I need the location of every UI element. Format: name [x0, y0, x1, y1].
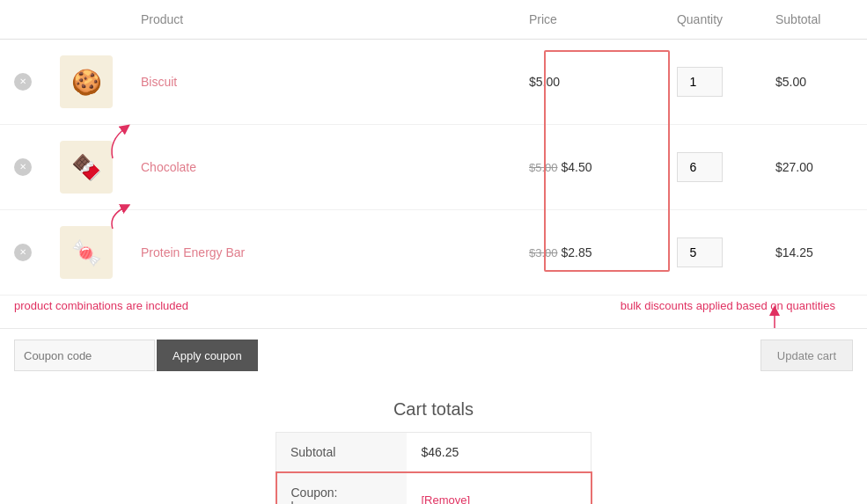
totals-subtotal-row: Subtotal $46.25: [276, 433, 591, 473]
quantity-input-biscuit[interactable]: [677, 67, 723, 97]
product-combinations-annotation: [60, 123, 174, 167]
price-discounted-protein-energy-bar: $2.85: [562, 245, 592, 259]
remove-button-chocolate[interactable]: [14, 158, 32, 176]
apply-coupon-button[interactable]: Apply coupon: [157, 340, 258, 371]
remove-button-protein-energy-bar[interactable]: [14, 244, 32, 261]
price-biscuit: $5.00: [529, 75, 560, 89]
coupon-row: Apply coupon Update cart: [0, 328, 867, 382]
bulk-discounts-text: bulk discounts applied based on quantiti…: [621, 299, 835, 312]
price-discounted-chocolate: $4.50: [562, 160, 592, 174]
cart-row-biscuit: 🍪Biscuit$5.00$5.00: [0, 40, 867, 125]
totals-subtotal-label: Subtotal: [276, 433, 408, 473]
totals-coupon-row: Coupon: buymoresavemore [Remove]: [276, 472, 591, 504]
col-header-quantity: Quantity: [638, 0, 761, 40]
totals-coupon-value[interactable]: [Remove]: [407, 472, 591, 504]
totals-coupon-label: Coupon: buymoresavemore: [276, 472, 408, 504]
price-original-chocolate: $5.00: [529, 161, 558, 174]
remove-coupon-link[interactable]: [Remove]: [421, 493, 470, 504]
subtotal-biscuit: $5.00: [775, 75, 806, 89]
col-header-remove: [0, 0, 46, 40]
quantity-input-protein-energy-bar[interactable]: [677, 237, 723, 267]
col-header-price: Price: [515, 0, 638, 40]
coupon-input[interactable]: [14, 340, 155, 371]
update-cart-button[interactable]: Update cart: [760, 340, 853, 371]
cart-totals-section: Cart totals Subtotal $46.25 Coupon: buym…: [276, 399, 592, 504]
col-header-product: Product: [127, 0, 515, 40]
cart-totals-title: Cart totals: [276, 399, 592, 420]
col-header-subtotal: Subtotal: [761, 0, 867, 40]
subtotal-protein-energy-bar: $14.25: [775, 245, 813, 259]
totals-table: Subtotal $46.25 Coupon: buymoresavemore …: [276, 432, 592, 504]
remove-button-biscuit[interactable]: [14, 73, 32, 91]
col-header-image: [46, 0, 127, 40]
subtotal-chocolate: $27.00: [775, 160, 813, 174]
price-original-protein-energy-bar: $3.00: [529, 246, 558, 259]
product-combinations-text: product combinations are included: [14, 299, 188, 312]
protein-bar-annotation-arrow: [60, 202, 174, 249]
quantity-input-chocolate[interactable]: [677, 152, 723, 182]
product-link-biscuit[interactable]: Biscuit: [141, 75, 177, 89]
totals-subtotal-value: $46.25: [407, 433, 591, 473]
product-image-biscuit: 🍪: [60, 55, 113, 108]
